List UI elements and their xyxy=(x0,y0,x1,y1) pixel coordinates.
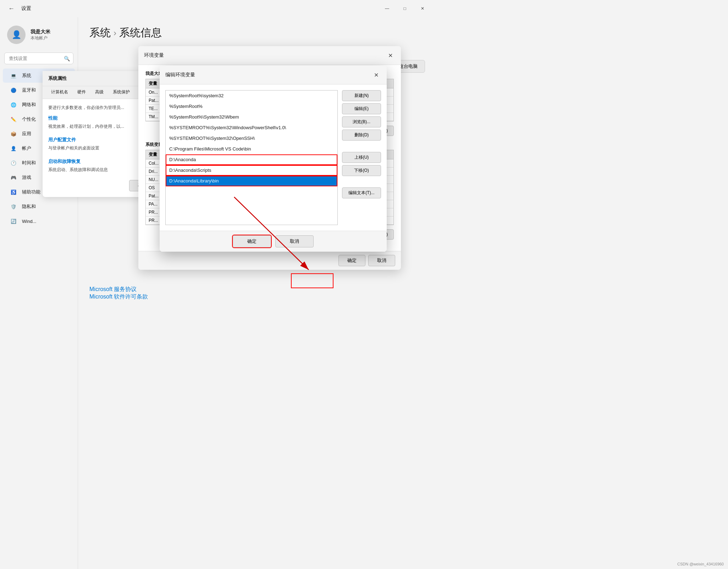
sidebar-item-label: 辅助功能 xyxy=(22,189,40,195)
path-item-7[interactable]: D:\Anaconda\Scripts xyxy=(166,165,337,176)
path-item-3[interactable]: %SYSTEMROOT%\System32\WindowsPowerShell\… xyxy=(166,122,337,133)
user-name: 我是大米 xyxy=(31,29,50,35)
close-button[interactable]: ✕ xyxy=(414,3,431,14)
edit-dialog-title-bar: 编辑环境变量 ✕ xyxy=(160,66,387,84)
path-move-down-button[interactable]: 下移(O) xyxy=(342,165,381,176)
edit-ok-button[interactable]: 确定 xyxy=(233,235,271,247)
path-browse-button[interactable]: 浏览(B)... xyxy=(342,116,381,127)
path-item-6[interactable]: D:\Anaconda xyxy=(166,154,337,165)
path-new-button[interactable]: 新建(N) xyxy=(342,90,381,101)
sidebar-item-label: 游戏 xyxy=(22,174,31,181)
minimize-button[interactable]: — xyxy=(379,3,395,14)
path-delete-button[interactable]: 删除(D) xyxy=(342,130,381,141)
edit-env-dialog: 编辑环境变量 ✕ %SystemRoot%\system32 %SystemRo… xyxy=(160,66,387,252)
access-icon: ♿ xyxy=(10,188,17,196)
breadcrumb: 系统 › 系统信息 xyxy=(89,26,425,40)
tab-hardware[interactable]: 硬件 xyxy=(73,86,90,99)
spacer2 xyxy=(342,178,381,185)
path-edit-button[interactable]: 编辑(E) xyxy=(342,103,381,114)
windows-icon: 🔄 xyxy=(10,218,17,225)
user-info: 我是大米 本地帐户 xyxy=(31,29,50,41)
user-section[interactable]: 👤 我是大米 本地帐户 xyxy=(0,20,78,50)
path-item-5[interactable]: C:\Program Files\Microsoft VS Code\bin xyxy=(166,144,337,154)
avatar: 👤 xyxy=(7,26,26,44)
path-list[interactable]: %SystemRoot%\system32 %SystemRoot% %Syst… xyxy=(165,90,338,225)
time-icon: 🕐 xyxy=(10,159,17,166)
path-item-2[interactable]: %SystemRoot%\System32\Wbem xyxy=(166,112,337,122)
sidebar-item-label: 帐户 xyxy=(22,145,31,152)
title-bar: ← 设置 — □ ✕ xyxy=(0,0,436,17)
window-controls: — □ ✕ xyxy=(379,3,431,14)
sidebar-item-label: 个性化 xyxy=(22,116,36,122)
env-cancel-button[interactable]: 取消 xyxy=(368,255,395,266)
network-icon: 🌐 xyxy=(10,101,17,108)
env-dialog-title: 环境变量 xyxy=(144,52,164,59)
env-ok-button[interactable]: 确定 xyxy=(338,255,365,266)
sidebar-item-label: 隐私和 xyxy=(22,203,36,210)
sidebar-item-label: 系统 xyxy=(22,72,31,79)
user-role: 本地帐户 xyxy=(31,35,50,41)
games-icon: 🎮 xyxy=(10,174,17,181)
breadcrumb-separator: › xyxy=(114,28,116,38)
edit-dialog-body: %SystemRoot%\system32 %SystemRoot% %Syst… xyxy=(160,84,387,231)
breadcrumb-parent: 系统 xyxy=(89,26,111,40)
edit-dialog-close-button[interactable]: ✕ xyxy=(371,70,381,80)
tab-system-protection[interactable]: 系统保护 xyxy=(109,86,134,99)
tab-advanced[interactable]: 高级 xyxy=(91,86,108,99)
edit-dialog-title: 编辑环境变量 xyxy=(165,72,195,78)
path-move-up-button[interactable]: 上移(U) xyxy=(342,152,381,163)
env-dialog-footer: 确定 取消 xyxy=(138,251,401,270)
service-agreement-link[interactable]: Microsoft 服务协议 xyxy=(89,286,137,292)
sidebar-item-label: Wind... xyxy=(22,219,36,224)
tab-computer-name[interactable]: 计算机名 xyxy=(47,86,72,99)
search-box[interactable]: 🔍 xyxy=(4,53,73,64)
license-link[interactable]: Microsoft 软件许可条款 xyxy=(89,294,148,300)
search-icon: 🔍 xyxy=(64,56,70,61)
spacer xyxy=(342,143,381,150)
path-edit-text-button[interactable]: 编辑文本(T)... xyxy=(342,187,381,198)
path-item-0[interactable]: %SystemRoot%\system32 xyxy=(166,91,337,101)
watermark: CSDN @weixin_43416960 xyxy=(677,562,724,566)
sidebar-item-label: 时间和 xyxy=(22,160,36,166)
accounts-icon: 👤 xyxy=(10,145,17,152)
edit-dialog-footer: 确定 取消 xyxy=(160,231,387,252)
links-section: Microsoft 服务协议 Microsoft 软件许可条款 xyxy=(89,286,425,301)
window-title: 设置 xyxy=(21,5,31,12)
path-item-4[interactable]: %SYSTEMROOT%\System32\OpenSSH\ xyxy=(166,133,337,144)
breadcrumb-current: 系统信息 xyxy=(119,26,162,40)
search-input[interactable] xyxy=(4,53,73,64)
env-dialog-title-bar: 环境变量 ✕ xyxy=(138,46,401,65)
apps-icon: 📦 xyxy=(10,130,17,137)
bluetooth-icon: 🔵 xyxy=(10,87,17,94)
system-icon: 💻 xyxy=(10,72,17,79)
personal-icon: ✏️ xyxy=(10,116,17,123)
edit-action-buttons: 新建(N) 编辑(E) 浏览(B)... 删除(D) 上移(U) 下移(O) 编… xyxy=(342,90,381,225)
sidebar-item-privacy[interactable]: 🛡️ 隐私和 xyxy=(3,199,75,214)
sidebar-item-label: 蓝牙和 xyxy=(22,87,36,93)
sidebar-item-windows[interactable]: 🔄 Wind... xyxy=(3,214,75,228)
edit-cancel-button[interactable]: 取消 xyxy=(275,235,314,247)
sidebar-item-label: 网络和 xyxy=(22,102,36,108)
maximize-button[interactable]: □ xyxy=(397,3,413,14)
back-button[interactable]: ← xyxy=(6,3,17,14)
path-item-1[interactable]: %SystemRoot% xyxy=(166,101,337,112)
env-dialog-close-button[interactable]: ✕ xyxy=(385,50,395,60)
sidebar-item-label: 应用 xyxy=(22,131,31,137)
path-item-8[interactable]: D:\Anaconda\Library\bin xyxy=(166,176,337,186)
privacy-icon: 🛡️ xyxy=(10,203,17,210)
